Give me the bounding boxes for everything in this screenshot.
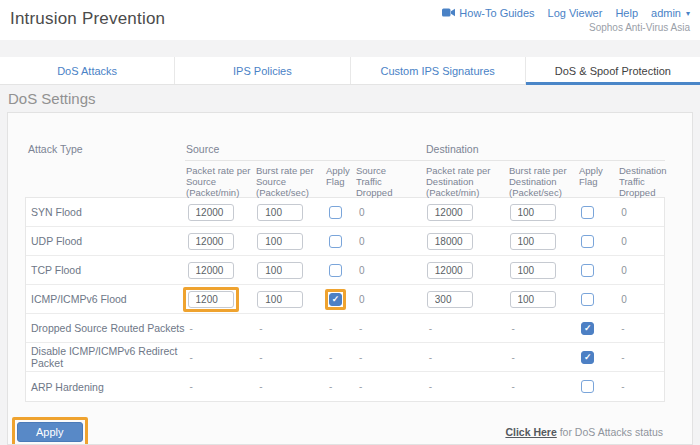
udp-flood-src-packet-rate-input[interactable] [188, 233, 234, 250]
cell-src-traffic-dropped: - [355, 314, 425, 342]
tab-dos-attacks[interactable]: DoS Attacks [0, 57, 175, 84]
cell-src-traffic-dropped: 0 [355, 198, 425, 226]
cell-dst-traffic-dropped: 0 [617, 285, 664, 313]
chevron-down-icon: ▾ [686, 9, 690, 18]
cell-dst-burst-rate [508, 227, 578, 255]
table-row-dropped-source-routed-packets: Dropped Source Routed Packets------- [26, 314, 664, 343]
column-header-src-burst-rate: Burst rate per Source (Packet/sec) [255, 160, 325, 197]
cell-src-packet-rate [186, 285, 256, 313]
cell-dst-burst-rate: - [508, 314, 578, 342]
attack-type-dropped-source-routed-packets: Dropped Source Routed Packets [26, 314, 186, 342]
header-link-log-viewer[interactable]: Log Viewer [548, 7, 603, 19]
icmp-icmpv6-flood-src-traffic-dropped-value: 0 [359, 294, 365, 305]
tab-custom-ips-signatures[interactable]: Custom IPS Signatures [351, 57, 526, 84]
highlight-box [325, 289, 346, 310]
section-title: DoS Settings [8, 90, 700, 108]
subheader-spacer [25, 160, 185, 197]
cell-dst-packet-rate [425, 227, 508, 255]
column-header-dst-burst-rate: Burst rate per Destination (Packet/sec) [508, 160, 578, 197]
table-row-disable-icmp-icmpv6-redirect-packet: Disable ICMP/ICMPv6 Redirect Packet-----… [26, 343, 664, 372]
syn-flood-src-apply-flag-checkbox[interactable] [329, 206, 342, 219]
icmp-icmpv6-flood-dst-burst-rate-input[interactable] [510, 291, 556, 308]
disable-icmp-icmpv6-redirect-packet-dst-apply-flag-checkbox[interactable] [581, 351, 594, 364]
udp-flood-src-burst-rate-input[interactable] [257, 233, 303, 250]
cell-src-traffic-dropped: 0 [355, 227, 425, 255]
attack-type-udp-flood: UDP Flood [26, 227, 186, 255]
cell-src-traffic-dropped: 0 [355, 285, 425, 313]
udp-flood-dst-burst-rate-input[interactable] [510, 233, 556, 250]
cell-src-burst-rate: - [255, 372, 325, 401]
cell-src-packet-rate: - [186, 372, 256, 401]
cell-src-burst-rate [255, 198, 325, 226]
footer-row: Apply Click Here for DoS Attacks status [12, 417, 663, 445]
click-here-link[interactable]: Click Here [505, 426, 556, 438]
tcp-flood-src-packet-rate-input[interactable] [188, 262, 234, 279]
page-title: Intrusion Prevention [10, 9, 165, 40]
dropped-source-routed-packets-dst-apply-flag-checkbox[interactable] [581, 322, 594, 335]
attack-type-tcp-flood: TCP Flood [26, 256, 186, 284]
arp-hardening-dst-burst-rate-value: - [512, 381, 515, 392]
cell-src-traffic-dropped: - [355, 343, 425, 371]
cell-src-burst-rate [255, 227, 325, 255]
tcp-flood-dst-packet-rate-input[interactable] [427, 262, 473, 279]
cell-dst-traffic-dropped: 0 [617, 198, 664, 226]
udp-flood-src-apply-flag-checkbox[interactable] [329, 235, 342, 248]
disable-icmp-icmpv6-redirect-packet-dst-packet-rate-value: - [429, 352, 432, 363]
dropped-source-routed-packets-src-packet-rate-value: - [190, 323, 193, 334]
tcp-flood-dst-burst-rate-input[interactable] [510, 262, 556, 279]
icmp-icmpv6-flood-src-packet-rate-input[interactable] [188, 291, 234, 308]
column-group-destination: Destination [425, 143, 665, 156]
cell-src-apply-flag: - [325, 372, 355, 401]
cell-dst-apply-flag [577, 198, 617, 226]
cell-dst-packet-rate [425, 285, 508, 313]
dropped-source-routed-packets-dst-traffic-dropped-value: - [621, 323, 624, 334]
icmp-icmpv6-flood-src-burst-rate-input[interactable] [257, 291, 303, 308]
icmp-icmpv6-flood-src-apply-flag-checkbox[interactable] [329, 293, 342, 306]
apply-button[interactable]: Apply [17, 422, 83, 442]
syn-flood-src-burst-rate-input[interactable] [257, 204, 303, 221]
cell-src-apply-flag: - [325, 314, 355, 342]
cell-dst-apply-flag [577, 227, 617, 255]
header-link-admin[interactable]: admin▾ [651, 7, 690, 19]
arp-hardening-dst-apply-flag-checkbox[interactable] [581, 380, 594, 393]
syn-flood-dst-packet-rate-input[interactable] [427, 204, 473, 221]
disable-icmp-icmpv6-redirect-packet-dst-burst-rate-value: - [512, 352, 515, 363]
cell-src-packet-rate [186, 256, 256, 284]
udp-flood-src-traffic-dropped-value: 0 [359, 236, 365, 247]
syn-flood-src-packet-rate-input[interactable] [188, 204, 234, 221]
cell-src-apply-flag [325, 256, 355, 284]
udp-flood-dst-apply-flag-checkbox[interactable] [581, 235, 594, 248]
top-bar: Intrusion Prevention How-To GuidesLog Vi… [0, 0, 700, 40]
table-row-tcp-flood: TCP Flood00 [26, 256, 664, 285]
udp-flood-dst-traffic-dropped-value: 0 [621, 236, 627, 247]
top-right-area: How-To GuidesLog ViewerHelpadmin▾ Sophos… [442, 0, 690, 40]
cell-src-apply-flag [325, 285, 355, 313]
tcp-flood-dst-traffic-dropped-value: 0 [621, 265, 627, 276]
table-row-udp-flood: UDP Flood00 [26, 227, 664, 256]
table-subheader: Packet rate per Source (Packet/min)Burst… [25, 160, 665, 197]
header-link-help[interactable]: Help [615, 7, 638, 19]
tcp-flood-src-apply-flag-checkbox[interactable] [329, 264, 342, 277]
cell-dst-apply-flag [577, 285, 617, 313]
tab-dos-spoof-protection[interactable]: DoS & Spoof Protection [526, 57, 700, 84]
cell-src-traffic-dropped: 0 [355, 256, 425, 284]
tcp-flood-dst-apply-flag-checkbox[interactable] [581, 264, 594, 277]
icmp-icmpv6-flood-dst-apply-flag-checkbox[interactable] [581, 293, 594, 306]
header-link-how-to-guides[interactable]: How-To Guides [442, 7, 534, 19]
tcp-flood-src-burst-rate-input[interactable] [257, 262, 303, 279]
disable-icmp-icmpv6-redirect-packet-src-packet-rate-value: - [190, 352, 193, 363]
syn-flood-dst-apply-flag-checkbox[interactable] [581, 206, 594, 219]
udp-flood-dst-packet-rate-input[interactable] [427, 233, 473, 250]
attack-type-icmp-icmpv6-flood: ICMP/ICMPv6 Flood [26, 285, 186, 313]
cell-dst-apply-flag [577, 314, 617, 342]
tab-ips-policies[interactable]: IPS Policies [175, 57, 350, 84]
table-row-icmp-icmpv6-flood: ICMP/ICMPv6 Flood00 [26, 285, 664, 314]
cell-dst-traffic-dropped: 0 [617, 256, 664, 284]
highlight-box [183, 287, 239, 312]
syn-flood-dst-burst-rate-input[interactable] [510, 204, 556, 221]
cell-dst-burst-rate [508, 198, 578, 226]
dropped-source-routed-packets-dst-burst-rate-value: - [512, 323, 515, 334]
column-header-src-apply-flag: Apply Flag [325, 160, 355, 197]
attack-type-disable-icmp-icmpv6-redirect-packet: Disable ICMP/ICMPv6 Redirect Packet [26, 343, 186, 371]
icmp-icmpv6-flood-dst-packet-rate-input[interactable] [427, 291, 473, 308]
